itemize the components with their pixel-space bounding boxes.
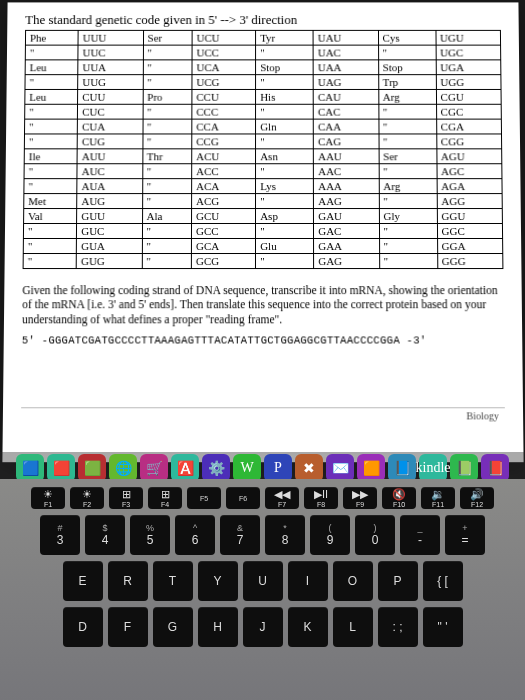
number-key[interactable]: )0 — [355, 515, 395, 555]
codon-cell: " — [24, 119, 77, 134]
codon-cell: " — [142, 179, 191, 194]
codon-row: "CUC"CCC"CAC"CGC — [24, 104, 501, 119]
function-key[interactable]: F5 — [187, 487, 221, 509]
codon-cell: Ser — [378, 149, 436, 164]
letter-key[interactable]: K — [288, 607, 328, 647]
letter-key[interactable]: " ' — [423, 607, 463, 647]
dock-app-icon[interactable]: 🅰️ — [171, 454, 199, 482]
dock-app-icon[interactable]: ✉️ — [326, 454, 354, 482]
codon-cell: Thr — [142, 149, 191, 164]
number-key[interactable]: (9 — [310, 515, 350, 555]
function-key[interactable]: 🔊F12 — [460, 487, 494, 509]
number-key[interactable]: $4 — [85, 515, 125, 555]
codon-row: ValGUUAlaGCUAspGAUGlyGGU — [23, 209, 502, 224]
number-key[interactable]: _- — [400, 515, 440, 555]
number-key[interactable]: *8 — [265, 515, 305, 555]
codon-cell: UGU — [435, 30, 500, 45]
dock-app-icon[interactable]: ⚙️ — [202, 454, 230, 482]
dock-app-icon[interactable]: 📕 — [481, 454, 509, 482]
dock-app-icon[interactable]: 🟩 — [78, 454, 106, 482]
codon-cell: Tyr — [255, 30, 313, 45]
number-key[interactable]: &7 — [220, 515, 260, 555]
number-key[interactable]: #3 — [40, 515, 80, 555]
codon-cell: UGC — [435, 45, 500, 60]
letter-key[interactable]: F — [108, 607, 148, 647]
letter-key[interactable]: R — [108, 561, 148, 601]
letter-key[interactable]: G — [153, 607, 193, 647]
codon-cell: GUA — [76, 238, 141, 253]
codon-cell: Leu — [24, 89, 77, 104]
codon-cell: GCC — [191, 224, 255, 239]
function-key[interactable]: ▶IIF8 — [304, 487, 338, 509]
letter-key[interactable]: : ; — [378, 607, 418, 647]
function-key[interactable]: ☀F1 — [31, 487, 65, 509]
codon-cell: " — [24, 134, 77, 149]
codon-cell: " — [141, 254, 191, 269]
function-key[interactable]: ⊞F3 — [109, 487, 143, 509]
codon-cell: CAA — [313, 119, 378, 134]
codon-cell: UCU — [192, 30, 256, 45]
codon-cell: " — [255, 45, 313, 60]
codon-cell: Glu — [255, 238, 313, 253]
codon-cell: AGU — [436, 149, 501, 164]
function-key[interactable]: ▶▶F9 — [343, 487, 377, 509]
dock-app-icon[interactable]: ✖ — [295, 454, 323, 482]
function-key[interactable]: 🔇F10 — [382, 487, 416, 509]
codon-cell: CCC — [191, 104, 255, 119]
function-key[interactable]: ⊞F4 — [148, 487, 182, 509]
function-key[interactable]: F6 — [226, 487, 260, 509]
codon-cell: GAU — [313, 209, 378, 224]
codon-cell: Val — [23, 209, 76, 224]
dock-app-icon[interactable]: 📘 — [388, 454, 416, 482]
codon-cell: Ile — [24, 149, 77, 164]
codon-cell: AAC — [313, 164, 378, 179]
letter-key[interactable]: { [ — [423, 561, 463, 601]
letter-key[interactable]: L — [333, 607, 373, 647]
letter-key[interactable]: T — [153, 561, 193, 601]
codon-row: LeuUUA"UCAStopUAAStopUGA — [25, 60, 501, 75]
dock-app-icon[interactable]: 🟥 — [47, 454, 75, 482]
dock-app-icon[interactable]: kindle — [419, 454, 447, 482]
codon-row: "AUA"ACALysAAAArgAGA — [23, 179, 501, 194]
dock-app-icon[interactable]: P — [264, 454, 292, 482]
codon-cell: " — [142, 119, 191, 134]
dock-app-icon[interactable]: W — [233, 454, 261, 482]
letter-key[interactable]: J — [243, 607, 283, 647]
codon-cell: " — [378, 119, 436, 134]
function-key[interactable]: ◀◀F7 — [265, 487, 299, 509]
codon-cell: " — [142, 60, 191, 75]
codon-cell: " — [24, 75, 77, 90]
dock-app-icon[interactable]: 📗 — [450, 454, 478, 482]
codon-cell: UAA — [313, 60, 378, 75]
codon-cell: GGA — [437, 238, 503, 253]
codon-row: "CUG"CCG"CAG"CGG — [24, 134, 501, 149]
letter-key[interactable]: P — [378, 561, 418, 601]
codon-cell: CUG — [77, 134, 142, 149]
dock-app-icon[interactable]: 🟦 — [16, 454, 44, 482]
letter-key[interactable]: U — [243, 561, 283, 601]
letter-key[interactable]: O — [333, 561, 373, 601]
codon-cell: CAC — [313, 104, 378, 119]
letter-key[interactable]: Y — [198, 561, 238, 601]
codon-cell: AGA — [436, 179, 501, 194]
dock-app-icon[interactable]: 🟧 — [357, 454, 385, 482]
letter-key[interactable]: I — [288, 561, 328, 601]
dock-app-icon[interactable]: 🌐 — [109, 454, 137, 482]
codon-cell: " — [23, 224, 76, 239]
letter-key[interactable]: D — [63, 607, 103, 647]
codon-row: LeuCUUProCCUHisCAUArgCGU — [24, 89, 500, 104]
letter-key[interactable]: E — [63, 561, 103, 601]
number-key[interactable]: %5 — [130, 515, 170, 555]
codon-cell: " — [142, 134, 191, 149]
number-key[interactable]: += — [445, 515, 485, 555]
dock-app-icon[interactable]: 🛒 — [140, 454, 168, 482]
letter-key[interactable]: H — [198, 607, 238, 647]
codon-cell: " — [23, 254, 76, 269]
function-key[interactable]: 🔉F11 — [421, 487, 455, 509]
codon-cell: " — [141, 238, 191, 253]
codon-cell: CCA — [191, 119, 255, 134]
number-key[interactable]: ^6 — [175, 515, 215, 555]
codon-cell: " — [255, 194, 313, 209]
codon-cell: AGG — [436, 194, 501, 209]
function-key[interactable]: ☀F2 — [70, 487, 104, 509]
